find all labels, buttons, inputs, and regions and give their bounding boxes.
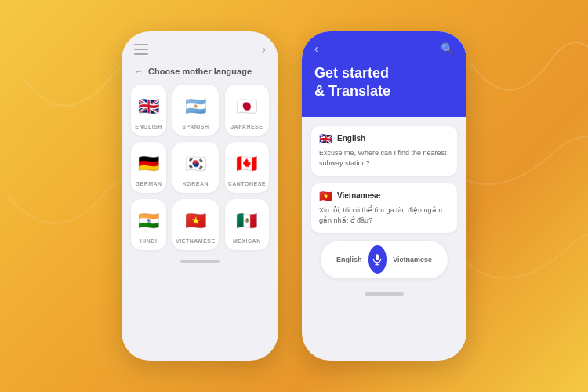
lang-label-german: GERMAN [136, 181, 162, 187]
lang-label-cantonese: CANTONESE [228, 181, 266, 187]
left-phone: › ← Choose mother language 🇬🇧ENGLISH🇦🇷SP… [122, 31, 278, 361]
flag-spanish: 🇦🇷 [181, 93, 209, 121]
lang-label-japanese: JAPANESE [230, 124, 263, 129]
choose-language-title: Choose mother language [148, 67, 252, 76]
right-header: ‹ 🔍 Get started & Translate [302, 31, 466, 117]
mic-icon [371, 253, 383, 266]
mic-button[interactable] [368, 245, 387, 274]
target-lang-button[interactable]: Vietnamese [387, 252, 438, 267]
right-phone: ‹ 🔍 Get started & Translate 🇬🇧 English E… [302, 31, 466, 361]
source-card: 🇬🇧 English Excuse me, Where can I find t… [311, 126, 457, 176]
language-grid: 🇬🇧ENGLISH🇦🇷SPANISH🇯🇵JAPANESE🇩🇪GERMAN🇰🇷KO… [122, 85, 278, 250]
translate-body: 🇬🇧 English Excuse me, Where can I find t… [302, 117, 466, 288]
source-flag: 🇬🇧 [319, 132, 332, 145]
search-icon[interactable]: 🔍 [441, 42, 454, 55]
lang-label-spanish: SPANISH [182, 124, 209, 129]
hamburger-icon[interactable] [134, 44, 148, 55]
flag-japanese: 🇯🇵 [233, 93, 261, 121]
flag-hindi: 🇮🇳 [135, 207, 163, 235]
lang-item-japanese[interactable]: 🇯🇵JAPANESE [225, 85, 269, 136]
flag-cantonese: 🇨🇦 [233, 150, 261, 178]
lang-label-hindi: HINDI [140, 238, 158, 244]
lang-item-spanish[interactable]: 🇦🇷SPANISH [172, 85, 219, 136]
lang-item-english[interactable]: 🇬🇧ENGLISH [131, 85, 166, 136]
chevron-right-icon[interactable]: › [262, 42, 266, 56]
flag-mexican: 🇲🇽 [233, 207, 261, 235]
source-lang-label: English [337, 134, 365, 143]
lang-item-hindi[interactable]: 🇮🇳HINDI [131, 199, 166, 250]
home-bar [180, 260, 220, 263]
lang-label-vietnamese: VIETNAMESE [176, 238, 216, 244]
flag-german: 🇩🇪 [135, 150, 163, 178]
lang-label-english: ENGLISH [135, 124, 162, 129]
target-card: 🇻🇳 Vietnamese Xin lỗi, tôi có thể tìm ga… [311, 183, 457, 233]
bottom-controls: English Vietnamese [321, 241, 448, 278]
back-arrow-icon[interactable]: ← [134, 66, 143, 77]
lang-label-mexican: MEXICAN [233, 238, 261, 244]
app-title: Get started & Translate [314, 64, 454, 101]
target-lang-label: Vietnamese [337, 191, 380, 200]
svg-rect-0 [376, 254, 379, 260]
right-home-bar [365, 292, 404, 296]
flag-korean: 🇰🇷 [181, 150, 209, 178]
lang-label-korean: KOREAN [183, 181, 209, 187]
target-text: Xin lỗi, tôi có thể tìm ga tàu điện ngầm… [319, 205, 449, 227]
lang-item-german[interactable]: 🇩🇪GERMAN [131, 142, 166, 193]
source-text: Excuse me, Where can I find the nearest … [319, 148, 449, 169]
lang-item-cantonese[interactable]: 🇨🇦CANTONESE [225, 142, 269, 193]
lang-item-korean[interactable]: 🇰🇷KOREAN [172, 142, 219, 193]
back-nav-icon[interactable]: ‹ [314, 42, 318, 55]
lang-item-vietnamese[interactable]: 🇻🇳VIETNAMESE [172, 199, 219, 250]
flag-vietnamese: 🇻🇳 [181, 207, 209, 235]
target-flag: 🇻🇳 [319, 190, 332, 202]
lang-item-mexican[interactable]: 🇲🇽MEXICAN [225, 199, 269, 250]
flag-english: 🇬🇧 [135, 93, 163, 121]
source-lang-button[interactable]: English [330, 252, 368, 267]
